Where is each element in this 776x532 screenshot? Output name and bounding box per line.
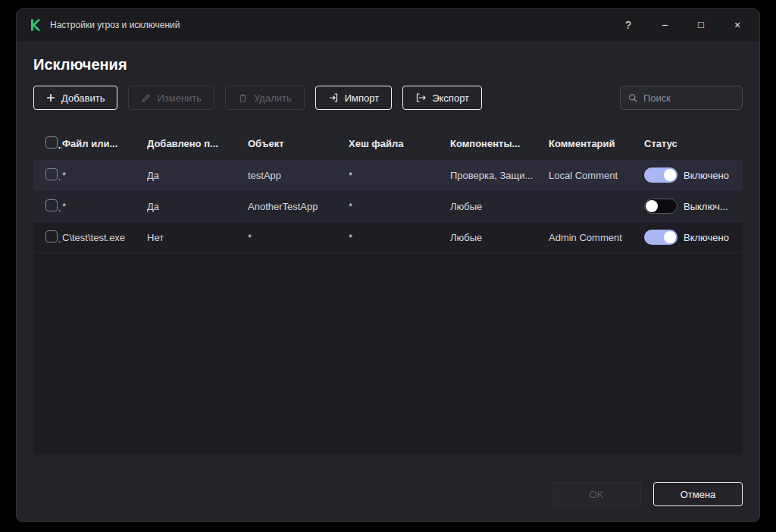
add-button[interactable]: Добавить bbox=[33, 86, 117, 110]
table-header-row: Файл или...Добавлено п...ОбъектХеш файла… bbox=[33, 127, 743, 160]
cell-added-by-user: Да bbox=[147, 201, 248, 212]
status-label: Выключ... bbox=[684, 201, 728, 212]
toolbar: Добавить Изменить Удалить Импорт bbox=[33, 86, 743, 110]
export-button[interactable]: Экспорт bbox=[402, 86, 482, 110]
add-button-label: Добавить bbox=[61, 92, 105, 104]
row-checkbox[interactable] bbox=[45, 230, 58, 243]
export-icon bbox=[415, 92, 426, 103]
kaspersky-logo-icon bbox=[29, 18, 42, 32]
search-input[interactable] bbox=[643, 92, 734, 104]
import-button-label: Импорт bbox=[345, 92, 379, 104]
pencil-icon bbox=[141, 93, 151, 103]
cell-file-hash: * bbox=[349, 201, 450, 212]
cell-status: Включено bbox=[644, 167, 743, 183]
row-checkbox-cell bbox=[33, 230, 62, 245]
window-controls: ? − □ × bbox=[621, 18, 747, 32]
cell-file-or-folder: * bbox=[62, 201, 147, 212]
status-label: Включено bbox=[684, 232, 729, 243]
import-button[interactable]: Импорт bbox=[315, 86, 392, 110]
footer: OK Отмена bbox=[33, 482, 743, 506]
window-title: Настройки угроз и исключений bbox=[50, 20, 180, 30]
cell-components: Проверка, Защи... bbox=[450, 170, 549, 181]
column-header[interactable]: Хеш файла bbox=[349, 138, 450, 149]
close-button[interactable]: × bbox=[731, 18, 744, 32]
status-toggle[interactable] bbox=[644, 199, 677, 214]
delete-button[interactable]: Удалить bbox=[225, 86, 305, 110]
cell-file-hash: * bbox=[349, 170, 450, 181]
row-checkbox-cell bbox=[33, 168, 62, 183]
page-title: Исключения bbox=[33, 56, 743, 74]
table-row[interactable]: C\test\test.exeНет**ЛюбыеAdmin CommentВк… bbox=[33, 222, 743, 253]
edit-button[interactable]: Изменить bbox=[128, 86, 214, 110]
status-label: Включено bbox=[684, 170, 729, 181]
trash-icon bbox=[238, 93, 248, 103]
cell-comment: Admin Comment bbox=[549, 232, 644, 243]
cell-comment: Local Comment bbox=[549, 170, 644, 181]
help-button[interactable]: ? bbox=[621, 18, 635, 32]
export-button-label: Экспорт bbox=[432, 92, 469, 104]
table-body: *ДаtestApp*Проверка, Защи...Local Commen… bbox=[33, 160, 743, 253]
cell-file-or-folder: * bbox=[62, 170, 147, 181]
plus-icon bbox=[46, 93, 55, 102]
select-all-checkbox[interactable] bbox=[45, 136, 58, 149]
search-box[interactable] bbox=[620, 86, 743, 110]
cell-object: AnotherTestApp bbox=[248, 201, 349, 212]
exclusions-table: Файл или...Добавлено п...ОбъектХеш файла… bbox=[33, 127, 743, 455]
status-toggle[interactable] bbox=[644, 167, 677, 183]
search-icon bbox=[628, 93, 638, 103]
column-header[interactable]: Комментарий bbox=[549, 138, 644, 149]
ok-button[interactable]: OK bbox=[552, 482, 641, 506]
cell-added-by-user: Нет bbox=[147, 232, 248, 243]
cell-added-by-user: Да bbox=[147, 170, 248, 181]
row-checkbox-cell bbox=[33, 199, 62, 214]
cell-object: * bbox=[248, 232, 349, 243]
cell-file-hash: * bbox=[349, 232, 450, 243]
column-header[interactable]: Файл или... bbox=[62, 138, 147, 149]
table-row[interactable]: *ДаtestApp*Проверка, Защи...Local Commen… bbox=[33, 160, 743, 191]
table-row[interactable]: *ДаAnotherTestApp*ЛюбыеВыключ... bbox=[33, 191, 743, 222]
cancel-button[interactable]: Отмена bbox=[653, 482, 743, 506]
column-header[interactable]: Компоненты... bbox=[450, 138, 549, 149]
import-icon bbox=[328, 92, 339, 103]
cell-file-or-folder: C\test\test.exe bbox=[62, 232, 147, 243]
row-checkbox[interactable] bbox=[45, 168, 58, 180]
cell-components: Любые bbox=[450, 201, 549, 212]
status-toggle[interactable] bbox=[644, 230, 677, 245]
cell-components: Любые bbox=[450, 232, 549, 243]
delete-button-label: Удалить bbox=[254, 92, 292, 104]
column-header[interactable]: Объект bbox=[248, 138, 349, 149]
cell-object: testApp bbox=[248, 170, 349, 181]
settings-window: Настройки угроз и исключений ? − □ × Иск… bbox=[17, 9, 759, 521]
column-header[interactable]: Статус bbox=[644, 138, 743, 149]
cell-status: Включено bbox=[644, 230, 743, 245]
row-checkbox[interactable] bbox=[45, 199, 58, 211]
minimize-button[interactable]: − bbox=[658, 18, 671, 32]
page-content: Исключения Добавить Изменить Удалить bbox=[17, 41, 759, 521]
cell-status: Выключ... bbox=[644, 199, 743, 214]
header-checkbox-cell bbox=[33, 136, 62, 151]
column-header[interactable]: Добавлено п... bbox=[147, 138, 248, 149]
edit-button-label: Изменить bbox=[157, 92, 202, 104]
titlebar: Настройки угроз и исключений ? − □ × bbox=[17, 9, 759, 41]
maximize-button[interactable]: □ bbox=[694, 18, 708, 32]
